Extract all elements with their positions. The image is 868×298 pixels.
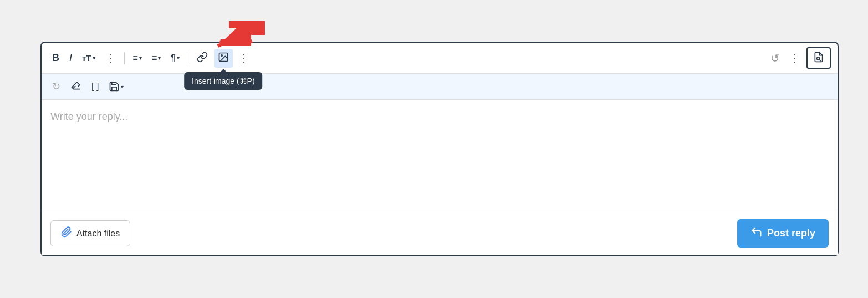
align-icon: ≡: [152, 53, 157, 63]
image-icon: [218, 52, 229, 65]
editor-wrapper: B I тT ▾ ⋮ ≡ ▾ ≡ ▾ ¶ ▾: [40, 42, 839, 256]
post-reply-label: Post reply: [767, 228, 815, 239]
bracket-icon: [ ]: [91, 82, 99, 92]
align-chevron: ▾: [158, 55, 161, 61]
textsize-chevron: ▾: [93, 55, 95, 61]
red-arrow-annotation: [179, 18, 268, 54]
save-icon: ▾: [109, 81, 124, 92]
separator-1: [124, 52, 125, 64]
format-more-button[interactable]: ⋮: [101, 49, 120, 67]
svg-line-1: [218, 28, 257, 46]
eraser-button[interactable]: [67, 77, 85, 96]
post-reply-button[interactable]: Post reply: [737, 219, 829, 248]
editor-placeholder: Write your reply...: [50, 111, 127, 122]
right-more-button[interactable]: ⋮: [786, 49, 804, 67]
toolbar-more-button[interactable]: ⋮: [235, 49, 253, 67]
save-button[interactable]: ▾: [105, 78, 127, 95]
bold-button[interactable]: B: [48, 49, 63, 67]
svg-line-6: [819, 60, 820, 61]
redo-button[interactable]: ↻: [48, 78, 64, 95]
undo-button[interactable]: ↺: [767, 49, 784, 68]
separator-2: [188, 52, 188, 64]
list-chevron: ▾: [139, 55, 142, 61]
toolbar-row2: ↻ [ ]: [42, 74, 838, 100]
outer-container: B I тT ▾ ⋮ ≡ ▾ ≡ ▾ ¶ ▾: [0, 0, 868, 298]
insert-image-button[interactable]: [214, 49, 233, 68]
bracket-button[interactable]: [ ]: [88, 79, 103, 94]
image-button-container: Insert image (⌘P): [214, 49, 233, 68]
undo-icon: ↺: [770, 52, 780, 64]
svg-marker-2: [218, 21, 265, 46]
post-reply-icon: [750, 226, 763, 241]
toolbar-right: ↺ ⋮: [767, 47, 831, 69]
link-button[interactable]: [193, 49, 212, 68]
textsize-label: тT: [82, 53, 91, 63]
editor-area[interactable]: Write your reply...: [42, 100, 838, 211]
bottom-bar: Attach files Post reply: [42, 211, 838, 255]
paragraph-chevron: ▾: [177, 55, 180, 61]
textsize-button[interactable]: тT ▾: [78, 50, 99, 65]
paragraph-icon: ¶: [171, 53, 176, 63]
toolbar-row1: B I тT ▾ ⋮ ≡ ▾ ≡ ▾ ¶ ▾: [42, 43, 838, 74]
paragraph-button[interactable]: ¶ ▾: [167, 50, 183, 66]
svg-point-4: [221, 54, 223, 56]
preview-button[interactable]: [806, 47, 831, 69]
align-button[interactable]: ≡ ▾: [148, 50, 165, 66]
save-chevron: ▾: [121, 84, 124, 90]
italic-button[interactable]: I: [65, 49, 76, 67]
preview-icon: [813, 52, 824, 64]
attach-label: Attach files: [76, 229, 120, 239]
attach-files-button[interactable]: Attach files: [50, 220, 130, 246]
list-icon: ≡: [133, 53, 138, 63]
redo-icon: ↻: [52, 80, 60, 93]
paperclip-icon: [61, 226, 72, 240]
link-icon: [197, 52, 208, 65]
eraser-icon: [70, 80, 81, 93]
list-button[interactable]: ≡ ▾: [129, 50, 146, 66]
